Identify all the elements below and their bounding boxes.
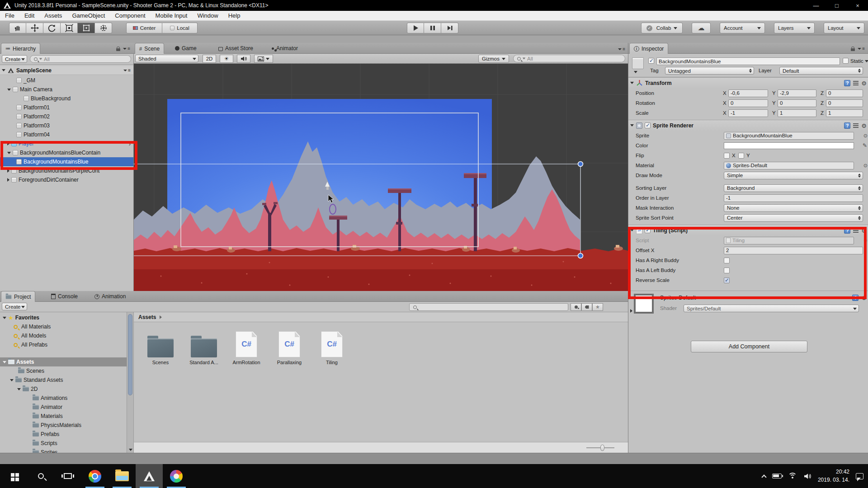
eyedropper-icon[interactable]: ✎ [863,142,867,149]
favorites-filter-button[interactable]: ★ [592,303,603,311]
orientation-toggle-button[interactable]: Local [162,23,198,33]
favorites-root[interactable]: ★Favorites [0,313,127,322]
taskbar-search-button[interactable] [27,464,54,488]
step-button[interactable] [441,23,458,33]
lighting-toggle-button[interactable]: ☀ [220,55,233,63]
effects-dropdown-button[interactable] [254,55,273,63]
rotation-z-field[interactable]: 0 [826,99,863,107]
position-y-field[interactable]: -2,9 [778,89,816,97]
order-in-layer-field[interactable]: -1 [724,194,863,202]
rotation-x-field[interactable]: 0 [728,99,768,107]
tab-asset-store[interactable]: Asset Store [214,43,257,54]
icon-size-slider-thumb[interactable] [600,445,604,451]
tree-materials[interactable]: Materials [0,412,127,421]
static-checkbox[interactable] [843,58,849,64]
layers-dropdown[interactable]: Layers [774,23,815,33]
project-tree-scrollbar[interactable] [127,312,134,453]
layer-dropdown[interactable]: Default [779,67,863,75]
material-disclosure[interactable] [630,309,632,313]
collab-button[interactable]: ✓ Collab [641,23,683,33]
pane-menu-icon[interactable]: ≡ [123,46,130,51]
sprite-renderer-header[interactable]: Sprite Renderer ?⚙ [628,120,868,131]
right-buddy-checkbox[interactable] [724,258,730,263]
volume-icon[interactable] [803,473,811,479]
task-view-button[interactable] [54,464,81,488]
tag-dropdown[interactable]: Untagged [665,67,754,75]
menu-help[interactable]: Help [223,11,245,21]
tab-project[interactable]: Project [1,291,35,302]
favorites-all-models[interactable]: All Models [0,331,127,340]
active-checkbox[interactable] [648,58,654,64]
hierarchy-search-input[interactable]: All [30,55,131,63]
taskbar-paint[interactable] [163,464,190,488]
gameobject-icon-dropdown[interactable] [634,71,637,73]
menu-assets[interactable]: Assets [39,11,67,21]
tree-2d[interactable]: 2D [0,385,127,394]
lock-icon[interactable] [851,47,855,51]
tab-inspector[interactable]: i Inspector [629,43,668,54]
lock-icon[interactable] [116,47,120,51]
favorites-all-prefabs[interactable]: All Prefabs [0,340,127,349]
scrollbar-thumb[interactable] [128,314,132,395]
cloud-button[interactable]: ☁ [692,23,711,33]
project-search-input[interactable] [409,303,568,311]
rect-transform-tool-button[interactable] [95,23,112,33]
tab-scene[interactable]: # Scene [135,43,164,54]
gizmos-dropdown[interactable]: Gizmos [478,55,509,63]
mask-interaction-dropdown[interactable]: None [724,204,863,212]
wifi-icon[interactable] [788,473,797,479]
sprite-object-field[interactable]: BackgroundMountainBlue [724,132,854,140]
flip-y-checkbox[interactable] [738,153,744,159]
rotation-y-field[interactable]: 0 [778,99,816,107]
hierarchy-item-platform03[interactable]: Platform03 [0,121,133,130]
hierarchy-item-gm[interactable]: _GM [0,76,133,85]
flip-x-checkbox[interactable] [724,153,730,159]
hierarchy-item-main-camera[interactable]: Main Camera [0,85,133,94]
play-button[interactable] [407,23,424,33]
left-buddy-checkbox[interactable] [724,267,730,273]
taskbar-unity-active[interactable] [136,464,163,488]
menu-gameobject[interactable]: GameObject [67,11,110,21]
breadcrumb[interactable]: Assets [138,314,156,320]
hierarchy-scene-root[interactable]: SampleScene ≡ [0,66,133,75]
tray-expand-icon[interactable] [761,474,766,479]
add-component-button[interactable]: Add Component [691,341,807,352]
draw-mode-dropdown[interactable]: Simple [724,172,863,179]
offset-x-field[interactable]: 2 [724,247,863,254]
asset-tiling-script[interactable]: C# Tiling [312,328,351,365]
shading-mode-dropdown[interactable]: Shaded [135,55,198,62]
hierarchy-create-button[interactable]: Create [2,55,27,63]
script-object-field[interactable]: Tiling [724,237,854,244]
shader-dropdown[interactable]: Sprites/Default [684,305,859,312]
rotate-tool-button[interactable] [43,23,61,33]
asset-standard-assets-folder[interactable]: Standard A... [184,328,223,365]
project-create-button[interactable]: Create [2,303,27,310]
object-picker-icon[interactable]: ⊙ [863,238,868,244]
close-button[interactable]: × [847,0,868,11]
sprite-sort-point-dropdown[interactable]: Center [724,214,863,222]
battery-icon[interactable] [772,474,782,479]
2d-toggle-button[interactable]: 2D [203,55,216,63]
menu-component[interactable]: Component [110,11,150,21]
action-center-icon[interactable] [856,473,863,479]
hierarchy-item-platform02[interactable]: Platform02 [0,112,133,121]
tab-console[interactable]: Console [47,291,82,302]
taskbar-clock[interactable]: 20:42 2019. 03. 14. [818,468,849,484]
tree-animations[interactable]: Animations [0,394,127,403]
start-button[interactable] [0,464,27,488]
minimize-button[interactable]: — [806,0,826,11]
gameobject-name-field[interactable]: BackgroundMountainsBlue [656,57,840,65]
material-object-field[interactable]: Sprites-Default [724,162,854,169]
help-icon[interactable]: ? [844,227,850,234]
tree-scenes[interactable]: Scenes [0,366,127,375]
tree-scripts[interactable]: Scripts [0,439,127,448]
hierarchy-item-platform01[interactable]: Platform01 [0,103,133,112]
gear-icon[interactable]: ⚙ [861,228,867,234]
asset-armrotation-script[interactable]: C# ArmRotation [227,328,266,365]
rect-tool-button[interactable] [78,23,95,33]
scene-search-input[interactable]: All [513,55,625,62]
reverse-scale-checkbox[interactable] [724,277,730,283]
transform-header[interactable]: Transform ?⚙ [628,77,868,88]
tree-animator[interactable]: Animator [0,403,127,412]
tiling-enabled-checkbox[interactable] [645,227,651,233]
